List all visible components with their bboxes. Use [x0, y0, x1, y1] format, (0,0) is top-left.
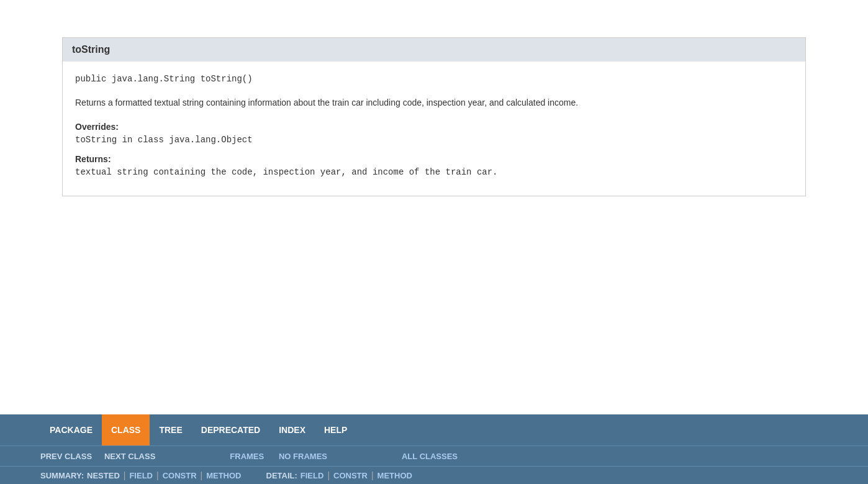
nav-package[interactable]: PACKAGE	[40, 414, 102, 445]
no-frames-link[interactable]: NO FRAMES	[279, 452, 327, 461]
method-header: toString	[63, 38, 805, 62]
nav-help[interactable]: HELP	[315, 414, 356, 445]
method-body: public java.lang.String toString() Retur…	[63, 62, 805, 196]
sep6: |	[327, 470, 330, 480]
next-class-label: NEXT CLASS	[104, 452, 155, 461]
bottom-nav: PACKAGE CLASS TREE DEPRECATED INDEX HELP…	[0, 414, 868, 484]
sep2	[269, 451, 274, 461]
summary-label: SUMMARY:	[40, 471, 84, 480]
nav-index[interactable]: INDEX	[269, 414, 315, 445]
nav-prev-next: PREV CLASS NEXT CLASS	[40, 451, 155, 461]
method-name: toString	[72, 44, 110, 55]
overrides-label: Overrides:	[75, 122, 793, 132]
method-description: Returns a formatted textual string conta…	[75, 96, 793, 109]
nav-all-classes: ALL CLASSES	[402, 452, 458, 461]
detail-label: DETAIL:	[266, 471, 297, 480]
sep3: |	[124, 470, 126, 480]
sep5: |	[201, 470, 203, 480]
sep4: |	[156, 470, 159, 480]
returns-value: textual string containing the code, insp…	[75, 167, 793, 177]
summary-row: SUMMARY: NESTED | FIELD | CONSTR | METHO…	[0, 466, 868, 484]
method-signature: public java.lang.String toString()	[75, 74, 793, 84]
summary-nested: NESTED	[87, 471, 120, 480]
frames-link[interactable]: FRAMES	[230, 452, 264, 461]
method-returns: Returns: textual string containing the c…	[75, 154, 793, 177]
detail-field-link[interactable]: FIELD	[301, 471, 324, 480]
summary-constr-link[interactable]: CONSTR	[163, 471, 197, 480]
overrides-value: toString in class java.lang.Object	[75, 135, 793, 145]
sep7: |	[371, 470, 374, 480]
nav-tree[interactable]: TREE	[150, 414, 191, 445]
all-classes-link[interactable]: ALL CLASSES	[402, 452, 458, 461]
method-overrides: Overrides: toString in class java.lang.O…	[75, 122, 793, 145]
nav-bottom-links: PREV CLASS NEXT CLASS FRAMES NO FRAMES A…	[40, 451, 828, 461]
nav-bar-top: PACKAGE CLASS TREE DEPRECATED INDEX HELP	[0, 414, 868, 445]
returns-label: Returns:	[75, 154, 793, 164]
method-section: toString public java.lang.String toStrin…	[62, 37, 806, 196]
main-content: toString public java.lang.String toStrin…	[0, 0, 868, 234]
nav-frames: FRAMES NO FRAMES	[230, 451, 327, 461]
nav-class[interactable]: CLASS	[102, 414, 150, 445]
summary-field-link[interactable]: FIELD	[129, 471, 153, 480]
prev-class-label: PREV CLASS	[40, 452, 92, 461]
detail-method-link[interactable]: METHOD	[377, 471, 412, 480]
summary-method-link[interactable]: METHOD	[206, 471, 241, 480]
page-wrapper: toString public java.lang.String toStrin…	[0, 0, 868, 484]
sep1	[97, 451, 99, 461]
detail-constr-link[interactable]: CONSTR	[333, 471, 368, 480]
nav-deprecated[interactable]: DEPRECATED	[192, 414, 269, 445]
nav-bar-second-row: PREV CLASS NEXT CLASS FRAMES NO FRAMES A…	[0, 445, 868, 466]
